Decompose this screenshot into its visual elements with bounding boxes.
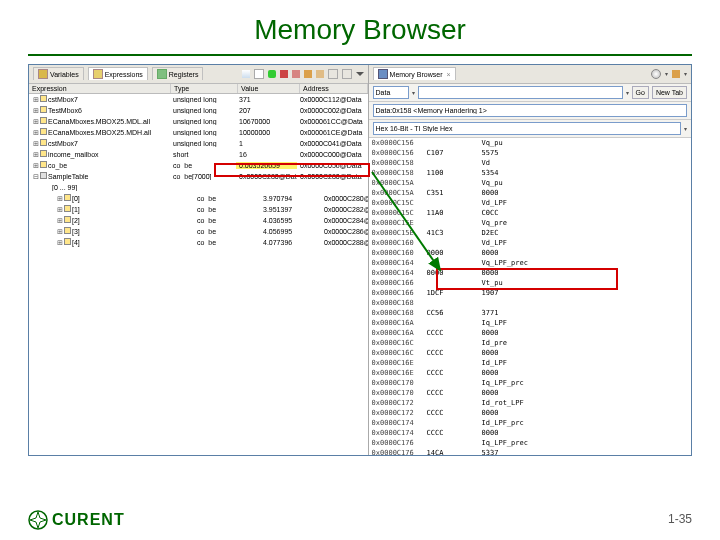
memory-row[interactable]: 0x0000C172CCCC0000	[369, 408, 691, 418]
memory-row[interactable]: 0x0000C172Id_rot_LPF	[369, 398, 691, 408]
memory-row[interactable]: 0x0000C15AVq_pu	[369, 178, 691, 188]
toolbar-add-icon[interactable]	[268, 70, 276, 78]
memory-row[interactable]: 0x0000C15C11A0C0CC	[369, 208, 691, 218]
core-select[interactable]	[373, 86, 409, 99]
memory-row[interactable]: 0x0000C16ECCCC0000	[369, 368, 691, 378]
refresh-icon[interactable]	[672, 70, 680, 78]
tab-label: Registers	[169, 71, 199, 78]
memory-row[interactable]: 0x0000C174CCCC0000	[369, 428, 691, 438]
memory-row[interactable]: 0x0000C16CCCCC0000	[369, 348, 691, 358]
col-value[interactable]: Value	[238, 84, 300, 93]
memory-row[interactable]: 0x0000C166Vt_pu	[369, 278, 691, 288]
gear-icon[interactable]	[651, 69, 661, 79]
left-tabbar: Variables Expressions Registers	[29, 65, 368, 84]
toolbar-collapse-icon[interactable]	[254, 69, 264, 79]
toolbar-remove-icon[interactable]	[280, 70, 288, 78]
table-row[interactable]: ⊞[1]co_be3.9513970x0000C282@Data	[29, 204, 368, 215]
table-row[interactable]: ⊞income_mailboxshort160x0000C000@Data	[29, 149, 368, 160]
svg-point-1	[29, 511, 47, 529]
toolbar-tree-icon[interactable]	[242, 70, 250, 78]
table-row[interactable]: ⊞[4]co_be4.0773960x0000C288@Data	[29, 237, 368, 248]
memory-row[interactable]: 0x0000C16ACCCC0000	[369, 328, 691, 338]
expressions-pane: Variables Expressions Registers	[29, 65, 369, 455]
memory-row[interactable]: 0x0000C16000000000	[369, 248, 691, 258]
footer: CURENT	[28, 510, 125, 530]
col-expression[interactable]: Expression	[29, 84, 171, 93]
memory-row[interactable]: 0x0000C168CC563771	[369, 308, 691, 318]
memory-row[interactable]: 0x0000C158Vd	[369, 158, 691, 168]
memory-row[interactable]: 0x0000C156Vq_pu	[369, 138, 691, 148]
go-button[interactable]: Go	[632, 86, 649, 99]
tab-label: Memory Browser	[390, 71, 443, 78]
tab-registers[interactable]: Registers	[152, 67, 204, 80]
memory-row[interactable]: 0x0000C1661DCF1907	[369, 288, 691, 298]
debug-panes: Variables Expressions Registers	[28, 64, 692, 456]
toolbar-realtime-icon[interactable]	[316, 70, 324, 78]
memory-row[interactable]: 0x0000C174Id_LPF_prc	[369, 418, 691, 428]
table-row[interactable]: ⊞co_beco_be0.0035266590x0000C056@Data	[29, 160, 368, 171]
table-row[interactable]: ⊞TestMbox6unsigned long2070x0000C002@Dat…	[29, 105, 368, 116]
table-row[interactable]: ⊞[0]co_be3.9707940x0000C280@Data	[29, 193, 368, 204]
memory-row[interactable]: 0x0000C168	[369, 298, 691, 308]
table-row[interactable]: ⊟SampleTableco_be[7000]0x0000C280@Data0x…	[29, 171, 368, 182]
memory-row[interactable]: 0x0000C17614CA5337	[369, 448, 691, 455]
registers-icon	[157, 69, 167, 79]
tab-expressions[interactable]: Expressions	[88, 67, 148, 80]
table-row[interactable]: ⊞cstMbox7unsigned long3710x0000C112@Data	[29, 94, 368, 105]
memory-row[interactable]: 0x0000C15CVd_LPF	[369, 198, 691, 208]
col-address[interactable]: Address	[300, 84, 368, 93]
toolbar-remove-all-icon[interactable]	[292, 70, 300, 78]
memory-row[interactable]: 0x0000C15AC3510000	[369, 188, 691, 198]
memory-toolbar-2	[369, 102, 691, 120]
memory-browser-pane: Memory Browser × ▾ ▾ ▾ ▾ Go New Tab	[369, 65, 691, 455]
memory-row[interactable]: 0x0000C164Vq_LPF_prec	[369, 258, 691, 268]
memory-row[interactable]: 0x0000C16AIq_LPF	[369, 318, 691, 328]
col-type[interactable]: Type	[171, 84, 238, 93]
brand-name: CURENT	[52, 511, 125, 529]
memory-rows: 0x0000C156Vq_pu0x0000C156C10755750x0000C…	[369, 138, 691, 455]
right-tabbar: Memory Browser × ▾ ▾	[369, 65, 691, 84]
tab-memory-browser[interactable]: Memory Browser ×	[373, 67, 456, 80]
memory-row[interactable]: 0x0000C176Iq_LPF_prec	[369, 438, 691, 448]
chevron-down-icon[interactable]: ▾	[412, 89, 415, 96]
view-menu-icon[interactable]: ▾	[684, 70, 687, 77]
memory-toolbar-1: ▾ ▾ Go New Tab	[369, 84, 691, 102]
memory-row[interactable]: 0x0000C16EId_LPF	[369, 358, 691, 368]
columns-header: Expression Type Value Address	[29, 84, 368, 94]
memory-row[interactable]: 0x0000C15EVq_pre	[369, 218, 691, 228]
table-row[interactable]: ⊞[2]co_be4.0365950x0000C284@Data	[29, 215, 368, 226]
tab-close-icon[interactable]: ×	[446, 71, 450, 78]
tab-label: Expressions	[105, 71, 143, 78]
table-row[interactable]: [0 ... 99]	[29, 182, 368, 193]
memory-row[interactable]: 0x0000C15811005354	[369, 168, 691, 178]
memory-row[interactable]: 0x0000C156C1075575	[369, 148, 691, 158]
toolbar-refresh-icon[interactable]	[304, 70, 312, 78]
memory-row[interactable]: 0x0000C16400000000	[369, 268, 691, 278]
tab-label: Variables	[50, 71, 79, 78]
page-number: 1-35	[668, 512, 692, 526]
toolbar-menu-icon[interactable]	[356, 72, 364, 76]
table-row[interactable]: ⊞ECanaMboxes.MBOX25.MDH.allunsigned long…	[29, 127, 368, 138]
address-display[interactable]	[373, 104, 687, 117]
gear-menu-icon[interactable]: ▾	[665, 70, 668, 77]
new-tab-button[interactable]: New Tab	[652, 86, 687, 99]
title-rule	[28, 54, 692, 56]
memory-row[interactable]: 0x0000C160Vd_LPF	[369, 238, 691, 248]
toolbar-import-icon[interactable]	[342, 69, 352, 79]
table-row[interactable]: ⊞cstMbox7unsigned long10x0000C041@Data	[29, 138, 368, 149]
memory-row[interactable]: 0x0000C15E41C3D2EC	[369, 228, 691, 238]
toolbar-export-icon[interactable]	[328, 69, 338, 79]
tab-variables[interactable]: Variables	[33, 67, 84, 80]
memory-row[interactable]: 0x0000C170Iq_LPF_prc	[369, 378, 691, 388]
chevron-down-icon[interactable]: ▾	[626, 89, 629, 96]
expressions-icon	[93, 69, 103, 79]
brand-logo-icon	[28, 510, 48, 530]
format-select[interactable]	[373, 122, 681, 135]
address-input[interactable]	[418, 86, 623, 99]
slide-title: Memory Browser	[0, 0, 720, 54]
memory-row[interactable]: 0x0000C170CCCC0000	[369, 388, 691, 398]
table-row[interactable]: ⊞[3]co_be4.0569950x0000C286@Data	[29, 226, 368, 237]
chevron-down-icon[interactable]: ▾	[684, 125, 687, 132]
table-row[interactable]: ⊞ECanaMboxes.MBOX25.MDL.allunsigned long…	[29, 116, 368, 127]
memory-row[interactable]: 0x0000C16CId_pre	[369, 338, 691, 348]
